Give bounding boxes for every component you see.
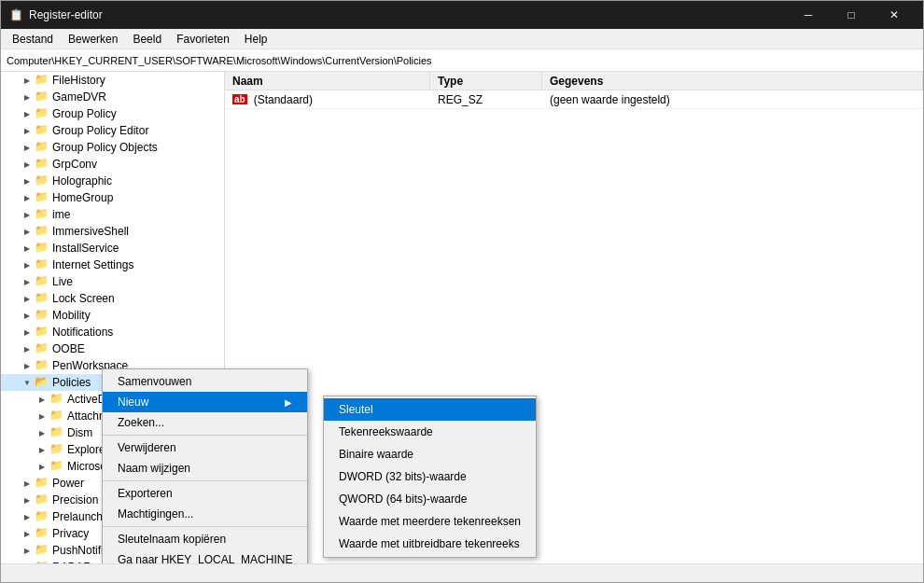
menu-bestand[interactable]: Bestand [5,31,61,48]
tree-label: Group Policy Objects [52,141,158,154]
ctx-exporteren[interactable]: Exporteren [103,483,307,504]
close-button[interactable]: ✕ [873,1,916,29]
tree-label: Holographic [52,174,112,187]
titlebar: 📋 Register-editor ─ □ ✕ [1,1,923,29]
menu-favorieten[interactable]: Favorieten [169,31,237,48]
expand-arrow: ▶ [20,493,35,507]
tree-item-oobe[interactable]: ▶ OOBE [1,340,224,357]
maximize-button[interactable]: □ [830,1,873,29]
ctx-label: Verwijderen [118,441,176,454]
ctx-ganaarhkey[interactable]: Ga naar HKEY_LOCAL_MACHINE [103,549,307,563]
window-title: Register-editor [29,8,103,21]
tree-item-grouppolicy[interactable]: ▶ Group Policy [1,105,224,122]
folder-icon [35,509,49,524]
tree-item-filehistory[interactable]: ▶ FileHistory [1,72,224,89]
ctx-nieuw[interactable]: Nieuw ▶ [103,392,307,412]
menu-help[interactable]: Help [237,31,275,48]
ctx-naamwijzigen[interactable]: Naam wijzigen [103,458,307,479]
expand-arrow: ▶ [20,274,35,289]
folder-icon [35,560,49,563]
expand-arrow: ▶ [20,341,35,356]
expand-arrow: ▶ [20,73,35,88]
expand-arrow: ▼ [20,375,35,390]
submenu-sleutel[interactable]: Sleutel [324,398,536,421]
tree-item-mobility[interactable]: ▶ Mobility [1,307,224,324]
ctx-separator-2 [103,480,307,481]
tree-label: Policies [52,376,91,389]
ctx-label: Exporteren [118,487,173,500]
ctx-label: Samenvouwen [118,375,191,388]
folder-icon [35,207,49,222]
cell-data: (geen waarde ingesteld) [542,93,923,106]
folder-icon [49,409,64,423]
expand-arrow: ▶ [20,207,35,222]
expand-arrow: ▶ [35,425,49,440]
tree-label: Precision [52,493,98,507]
expand-arrow: ▶ [20,157,35,172]
ctx-label: Zoeken... [118,416,164,429]
statusbar [1,563,923,582]
tree-label: GrpConv [52,158,97,171]
ctx-zoeken[interactable]: Zoeken... [103,412,307,433]
ctx-separator-3 [103,526,307,527]
titlebar-left: 📋 Register-editor [8,7,103,22]
menu-bewerken[interactable]: Bewerken [61,31,125,48]
expand-arrow: ▶ [35,442,49,457]
tree-label: InstallService [52,242,119,255]
tree-item-installservice[interactable]: ▶ InstallService [1,240,224,257]
folder-icon [49,392,64,407]
cell-type: REG_SZ [430,93,542,106]
ctx-label: Ga naar HKEY_LOCAL_MACHINE [118,553,292,563]
tree-item-internetsettings[interactable]: ▶ Internet Settings [1,257,224,273]
tree-item-holographic[interactable]: ▶ Holographic [1,173,224,189]
submenu-qword[interactable]: QWORD (64 bits)-waarde [324,488,536,510]
tree-item-grouppolicyeditor[interactable]: ▶ Group Policy Editor [1,122,224,139]
ctx-samenvouwen[interactable]: Samenvouwen [103,371,307,392]
tree-label: FileHistory [52,74,105,87]
tree-label: Privacy [52,527,89,540]
col-header-type: Type [430,72,542,90]
ctx-machtigingen[interactable]: Machtigingen... [103,504,307,524]
folder-icon [35,493,49,507]
submenu-binaire[interactable]: Binaire waarde [324,443,536,465]
folder-icon [35,274,49,289]
cell-naam: ab (Standaard) [225,93,430,106]
tree-item-grouppolicyobjects[interactable]: ▶ Group Policy Objects [1,139,224,156]
submenu-meerdere[interactable]: Waarde met meerdere tekenreeksen [324,510,536,533]
tree-item-immersiveshell[interactable]: ▶ ImmersiveShell [1,223,224,240]
folder-icon [35,73,49,88]
submenu-uitbreidbare[interactable]: Waarde met uitbreidbare tekenreeks [324,533,536,555]
tree-label: Live [52,275,73,288]
expand-arrow: ▶ [20,308,35,323]
folder-icon [35,325,49,340]
folder-icon [35,123,49,138]
ctx-sleutelnaamkopieren[interactable]: Sleutelnaam kopiëren [103,529,307,549]
menu-beeld[interactable]: Beeld [125,31,169,48]
tree-item-notifications[interactable]: ▶ Notifications [1,324,224,340]
tree-item-live[interactable]: ▶ Live [1,273,224,290]
tree-item-grpconv[interactable]: ▶ GrpConv [1,156,224,173]
table-row[interactable]: ab (Standaard) REG_SZ (geen waarde inges… [225,90,923,109]
ctx-verwijderen[interactable]: Verwijderen [103,437,307,458]
submenu-tekenreeks[interactable]: Tekenreekswaarde [324,421,536,443]
expand-arrow: ▶ [20,560,35,563]
main-content: ▶ FileHistory ▶ GameDVR ▶ Group Policy ▶… [1,72,923,563]
folder-icon [35,106,49,121]
reg-value-icon: ab [232,94,247,104]
tree-label: OOBE [52,342,85,355]
submenu-dword[interactable]: DWORD (32 bits)-waarde [324,465,536,488]
tree-label: HomeGroup [52,191,113,204]
expand-arrow: ▶ [20,358,35,373]
tree-label: Lock Screen [52,292,115,305]
tree-item-gamedvr[interactable]: ▶ GameDVR [1,89,224,105]
expand-arrow: ▶ [20,90,35,104]
ctx-label: Naam wijzigen [118,462,190,475]
tree-item-lockscreen[interactable]: ▶ Lock Screen [1,290,224,307]
folder-icon [35,224,49,239]
tree-item-homegroup[interactable]: ▶ HomeGroup [1,189,224,206]
tree-label: Group Policy Editor [52,124,148,137]
tree-item-ime[interactable]: ▶ ime [1,206,224,223]
ctx-label: Machtigingen... [118,507,193,521]
minimize-button[interactable]: ─ [787,1,830,29]
tree-label: RADAR [52,561,91,563]
